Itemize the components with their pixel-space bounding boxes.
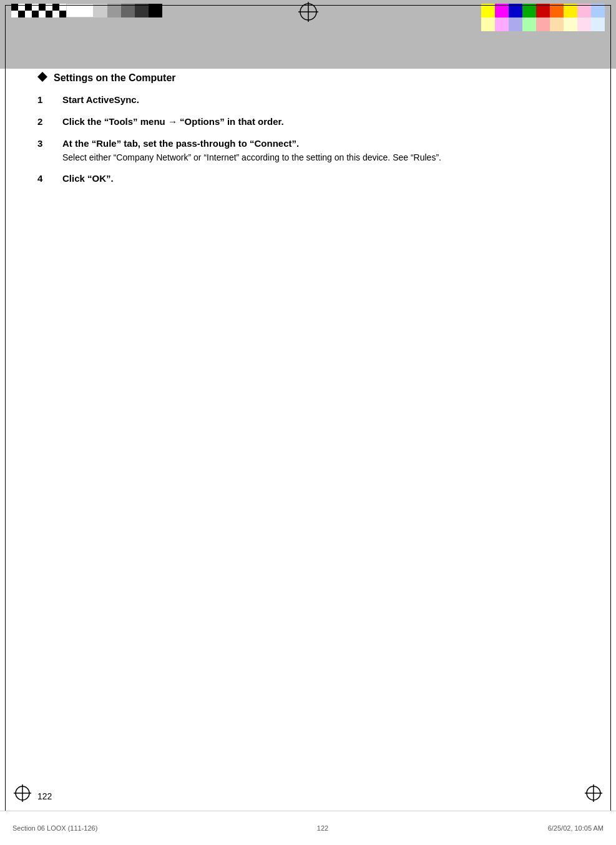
footer-right-text: 6/25/02, 10:05 AM xyxy=(548,824,604,832)
gray-swatch xyxy=(94,4,107,17)
checker-cell xyxy=(25,11,32,17)
checker-cell xyxy=(39,4,46,11)
gray-swatch xyxy=(149,4,162,17)
registration-circle-icon-bl xyxy=(14,784,31,802)
checker-cell xyxy=(25,4,32,11)
step-number-2: 2 xyxy=(37,116,62,127)
gray-swatch xyxy=(107,4,121,17)
step-sub-text-3: Select either “Company Network” or “Inte… xyxy=(62,151,579,164)
gray-swatch xyxy=(121,4,135,17)
lightpink-swatch xyxy=(577,17,591,31)
checker-cell xyxy=(46,4,52,11)
left-grayscale-swatches xyxy=(11,4,162,17)
diamond-bullet-icon xyxy=(37,72,47,82)
registration-circle-icon xyxy=(298,2,318,22)
step-item-3: 3 At the “Rule” tab, set the pass-throug… xyxy=(37,138,579,164)
lightgreen-swatch xyxy=(522,17,536,31)
checker-cell xyxy=(18,11,25,17)
lightcyan-swatch xyxy=(591,17,605,31)
step-main-text-1: Start ActiveSync. xyxy=(62,94,579,105)
checker-cell xyxy=(39,11,46,17)
step-main-text-2: Click the “Tools” menu → “Options” in th… xyxy=(62,116,579,127)
gray-swatch xyxy=(135,4,149,17)
section-title: Settings on the Computer xyxy=(54,72,176,84)
lightred-swatch xyxy=(536,17,550,31)
lightblue2-swatch xyxy=(509,17,522,31)
lightorange-swatch xyxy=(550,17,564,31)
step-content-1: Start ActiveSync. xyxy=(62,94,579,107)
checker-cell xyxy=(52,11,59,17)
lightmagenta-swatch xyxy=(495,17,509,31)
bottom-left-registration-mark xyxy=(14,784,31,804)
page-number: 122 xyxy=(37,791,52,801)
step-number-4: 4 xyxy=(37,173,62,184)
section-header: Settings on the Computer xyxy=(37,72,579,84)
top-color-bar xyxy=(0,0,616,69)
footer-left-text: Section 06 LOOX (111-126) xyxy=(12,824,97,832)
checker-cell xyxy=(52,4,59,11)
step-content-2: Click the “Tools” menu → “Options” in th… xyxy=(62,116,579,129)
orange-swatch xyxy=(550,4,564,17)
white-swatch xyxy=(66,4,94,17)
footer-center-text: 122 xyxy=(317,824,328,832)
right-color-swatches xyxy=(481,4,605,31)
checker-cell xyxy=(11,4,18,11)
step-content-3: At the “Rule” tab, set the pass-through … xyxy=(62,138,579,164)
center-registration-mark xyxy=(298,2,318,24)
lightyellow2-swatch xyxy=(564,17,577,31)
checker-pattern xyxy=(11,4,66,17)
checker-cell xyxy=(59,4,66,11)
green-swatch xyxy=(522,4,536,17)
step-main-text-4: Click “OK”. xyxy=(62,173,579,184)
checker-cell xyxy=(59,11,66,17)
step-main-text-3: At the “Rule” tab, set the pass-through … xyxy=(62,138,579,149)
red-swatch xyxy=(536,4,550,17)
registration-circle-icon-br xyxy=(585,784,602,802)
lightblue-swatch xyxy=(591,4,605,17)
bottom-right-registration-mark xyxy=(585,784,602,804)
blue-swatch xyxy=(509,4,522,17)
checker-cell xyxy=(32,4,39,11)
checker-cell xyxy=(46,11,52,17)
step-number-1: 1 xyxy=(37,94,62,105)
step-content-4: Click “OK”. xyxy=(62,173,579,186)
yellow2-swatch xyxy=(564,4,577,17)
pink-swatch xyxy=(577,4,591,17)
step-item-2: 2 Click the “Tools” menu → “Options” in … xyxy=(37,116,579,129)
lightyellow-swatch xyxy=(481,17,495,31)
step-item-1: 1 Start ActiveSync. xyxy=(37,94,579,107)
step-number-3: 3 xyxy=(37,138,62,149)
diamond-icon xyxy=(37,72,47,84)
checker-cell xyxy=(11,11,18,17)
magenta-swatch xyxy=(495,4,509,17)
yellow-swatch xyxy=(481,4,495,17)
checker-cell xyxy=(32,11,39,17)
step-item-4: 4 Click “OK”. xyxy=(37,173,579,186)
checker-cell xyxy=(18,4,25,11)
footer: Section 06 LOOX (111-126) 122 6/25/02, 1… xyxy=(0,811,616,845)
main-content-area: Settings on the Computer 1 Start ActiveS… xyxy=(37,72,579,808)
svg-marker-3 xyxy=(37,72,47,82)
steps-list: 1 Start ActiveSync. 2 Click the “Tools” … xyxy=(37,94,579,186)
